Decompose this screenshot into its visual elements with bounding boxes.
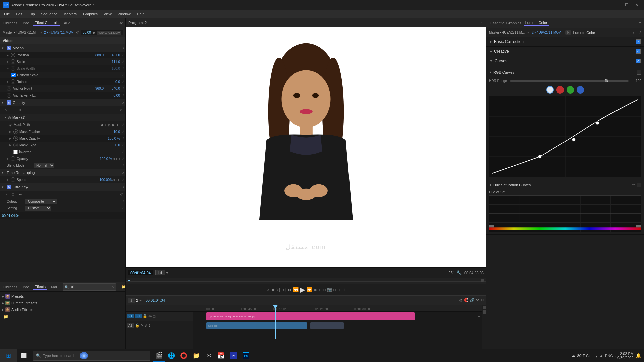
bl-tab-effects[interactable]: Effects — [33, 284, 47, 290]
anchor-keyframe-icon[interactable]: ◎ — [7, 86, 11, 91]
output-reset[interactable]: ↺ — [121, 200, 124, 203]
tab-effect-controls[interactable]: Effect Controls — [33, 20, 60, 26]
timeline-more-btn[interactable]: ≡ — [139, 298, 141, 302]
mask-expansion-reset[interactable]: ↺ — [121, 143, 124, 147]
bl-tab-libraries[interactable]: Libraries — [2, 284, 19, 290]
hue-sat-canvas[interactable] — [489, 195, 641, 232]
hue-sat-toggle[interactable] — [637, 183, 641, 187]
fit-button[interactable]: Fit — [155, 270, 165, 275]
opacity-value-reset[interactable]: ↺ — [121, 157, 124, 160]
timeline-tools-btn[interactable]: ⚒ — [476, 298, 479, 302]
a1-label[interactable]: A1 — [127, 323, 134, 328]
export-frame-btn[interactable]: 📷 — [327, 287, 332, 292]
go-to-out-btn[interactable]: ⏭ — [313, 287, 318, 292]
uniform-scale-reset[interactable]: ↺ — [121, 73, 124, 77]
antiflicker-reset[interactable]: ↺ — [121, 94, 124, 97]
loop-btn[interactable]: □ — [319, 287, 322, 292]
mask-add-btn[interactable]: ◁ — [104, 123, 107, 127]
go-to-in-btn[interactable]: ⏮ — [287, 287, 291, 292]
uk-pen-tool[interactable]: ✒ — [17, 191, 23, 197]
uk-mask-reset[interactable]: ↺ — [120, 193, 123, 196]
hdr-thumb[interactable] — [605, 79, 608, 82]
tab-libraries[interactable]: Libraries — [2, 20, 19, 26]
rect-mask-tool[interactable]: □ — [10, 107, 16, 113]
creative-header[interactable]: ▶ Creative ✓ — [486, 47, 644, 56]
linked-selection-btn[interactable]: 🔗 — [470, 298, 475, 302]
play-button[interactable]: ▶ — [300, 286, 305, 294]
opacity-prev-arrow[interactable]: ◀ — [113, 157, 115, 160]
blend-mode-select[interactable]: Normal Multiply Screen — [34, 163, 54, 168]
share-btn[interactable]: □ — [337, 287, 339, 292]
mask-bezier-btn[interactable]: ⋄ — [116, 123, 119, 127]
mask-opacity-value[interactable]: 100.0 % — [105, 137, 120, 140]
v1-solo-icon[interactable]: □ — [153, 314, 155, 318]
speed-prev[interactable]: ◀ — [113, 178, 115, 181]
rotation-value[interactable]: 0.0 — [105, 80, 120, 84]
speed-next[interactable]: ▶ — [118, 178, 120, 181]
step-fwd-btn[interactable]: ⏩ — [306, 287, 312, 292]
uniform-scale-checkbox[interactable] — [11, 73, 16, 77]
marker-out-btn[interactable]: ◆ — [272, 287, 275, 292]
curves-toggle[interactable]: ✓ — [636, 59, 641, 63]
clock-display[interactable]: 2:02 PM 10/30/2022 — [615, 352, 634, 360]
rotation-reset[interactable]: ↺ — [121, 80, 124, 83]
motion-group-header[interactable]: ▼ fx Motion ↺ — [0, 44, 125, 52]
inverted-checkbox[interactable] — [13, 150, 18, 154]
multi-cam-btn[interactable]: □ — [333, 287, 336, 292]
minimize-button[interactable]: — — [612, 0, 621, 10]
position-reset[interactable]: ↺ — [121, 53, 124, 57]
mask-next-btn[interactable]: ▶ — [112, 123, 115, 127]
ultra-key-header[interactable]: ▼ fx Ultra Key ↺ — [0, 183, 125, 191]
a1-clip-2[interactable] — [310, 322, 344, 329]
v1-lock-icon[interactable]: 🔒 — [143, 314, 147, 318]
taskbar-chrome-icon[interactable]: ⭕ — [178, 349, 190, 362]
opacity-keyframe-diamond[interactable]: ◆ — [116, 157, 118, 160]
opacity-value[interactable]: 100.0 % — [100, 157, 112, 161]
mask-play-btn[interactable]: ▷ — [108, 123, 111, 127]
a1-m-label[interactable]: M — [141, 324, 143, 327]
timeline-tab-2[interactable]: 2 — [136, 298, 138, 302]
track-height-v[interactable] — [483, 306, 486, 309]
ec-reset-icon[interactable]: ↺ — [76, 31, 79, 34]
speed-value[interactable]: 100.00% — [100, 178, 113, 182]
panel-more-btn[interactable]: ≫ — [119, 21, 123, 25]
scale-reset[interactable]: ↺ — [121, 60, 124, 63]
lumetri-presets-category[interactable]: ▶ 📦 Lumetri Presets — [1, 300, 124, 306]
blend-mode-reset[interactable]: ↺ — [121, 164, 124, 167]
presets-category[interactable]: ▶ 📦 Presets — [1, 293, 124, 300]
anchor-reset[interactable]: ↺ — [121, 87, 124, 90]
tab-audio[interactable]: Aud — [63, 20, 72, 26]
mask-feather-keyframe[interactable]: ◎ — [13, 129, 18, 134]
menu-graphics[interactable]: Graphics — [80, 11, 100, 17]
antiflicker-value[interactable]: 0.00 — [105, 94, 120, 97]
anchor-y-value[interactable]: 540.0 — [105, 87, 120, 90]
add-track-btn-v[interactable]: + — [478, 314, 480, 319]
curves-canvas[interactable] — [489, 96, 641, 177]
lumetri-reset-btn[interactable]: ↺ — [638, 30, 641, 35]
lumetri-more-btn[interactable]: ≡ — [639, 21, 641, 25]
menu-markers[interactable]: Markers — [61, 11, 79, 17]
a1-lock-icon[interactable]: 🔒 — [135, 323, 140, 328]
white-channel-dot[interactable] — [546, 86, 554, 94]
scale-width-keyframe-icon[interactable]: ◎ — [11, 66, 15, 71]
close-button[interactable]: ✕ — [632, 0, 641, 10]
taskbar-pr-app-icon[interactable]: Pr — [227, 349, 239, 362]
taskbar-ps-app-icon[interactable]: Ps — [240, 349, 252, 362]
ec-clip-label[interactable]: 2 • 4U9A2711.MOV — [44, 31, 73, 34]
opacity-group-header[interactable]: ▼ fx Opacity ↺ — [0, 99, 125, 106]
red-channel-dot[interactable] — [556, 86, 564, 94]
preview-scrubber[interactable] — [126, 278, 486, 284]
ultra-key-reset[interactable]: ↺ — [121, 185, 124, 189]
menu-view[interactable]: View — [101, 11, 114, 17]
menu-sequence[interactable]: Sequence — [38, 11, 60, 17]
v1-label[interactable]: V1 — [127, 314, 134, 318]
time-remap-reset[interactable]: ↺ — [121, 171, 124, 175]
taskbar-files-icon[interactable]: 📁 — [190, 349, 202, 362]
opacity-reset[interactable]: ↺ — [121, 101, 124, 105]
show-tray-btn[interactable]: ▲ — [599, 354, 603, 358]
position-keyframe-icon[interactable]: ◎ — [11, 53, 15, 57]
mask-expansion-keyframe[interactable]: ◎ — [13, 143, 18, 147]
preview-settings-icon[interactable]: 🔧 — [457, 270, 462, 275]
in-point-btn[interactable]: ▷| — [276, 287, 280, 292]
a1-s-label[interactable]: S — [145, 324, 147, 327]
